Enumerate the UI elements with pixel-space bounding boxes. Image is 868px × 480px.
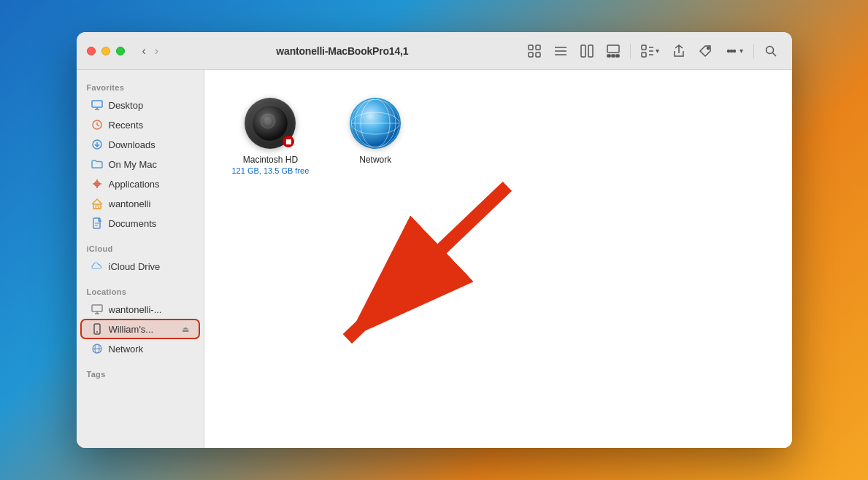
sidebar: Favorites Desktop Recents Downloads: [77, 70, 204, 448]
sidebar-item-desktop[interactable]: Desktop: [81, 96, 199, 115]
badge-dot: [286, 139, 291, 144]
icloud-icon: [91, 260, 103, 272]
folder-svg: [91, 158, 103, 170]
svg-point-22: [766, 46, 773, 53]
svg-rect-13: [642, 45, 646, 50]
sidebar-item-icloud-drive[interactable]: iCloud Drive: [81, 257, 199, 276]
content-area: Favorites Desktop Recents Downloads: [77, 70, 792, 448]
columns-icon: [580, 44, 594, 58]
applications-label: Applications: [109, 179, 160, 190]
svg-rect-1: [536, 45, 540, 50]
file-item-macintosh-hd[interactable]: Macintosh HD 121 GB, 13.5 GB free: [226, 92, 315, 181]
traffic-lights: [87, 47, 125, 55]
more-chevron: ▾: [740, 47, 743, 55]
network-location-icon: [91, 343, 103, 355]
desktop-label: Desktop: [109, 100, 144, 111]
close-button[interactable]: [87, 47, 96, 55]
applications-icon: [91, 178, 103, 190]
share-button[interactable]: [668, 42, 690, 61]
download-svg: [91, 139, 103, 150]
list-icon: [554, 44, 567, 58]
toolbar-separator: [630, 44, 631, 58]
macintosh-hd-name: Macintosh HD: [243, 155, 298, 165]
mac-svg: [91, 303, 103, 315]
minimize-button[interactable]: [101, 47, 110, 55]
more-button[interactable]: ▾: [721, 42, 748, 61]
view-icons-button[interactable]: [523, 42, 545, 61]
icloud-drive-label: iCloud Drive: [109, 261, 161, 272]
svg-rect-10: [607, 55, 610, 57]
home-icon: [91, 198, 103, 209]
documents-icon: [91, 217, 103, 229]
downloads-icon: [91, 139, 103, 150]
main-area: Macintosh HD 121 GB, 13.5 GB free: [204, 70, 792, 448]
svg-rect-40: [92, 305, 102, 311]
svg-rect-11: [612, 55, 615, 57]
view-list-button[interactable]: [550, 42, 572, 61]
svg-rect-8: [588, 45, 593, 57]
back-button[interactable]: ‹: [139, 44, 149, 58]
maximize-button[interactable]: [116, 47, 125, 55]
sidebar-item-wantonelli[interactable]: wantonelli: [81, 194, 199, 213]
share-icon: [672, 44, 685, 58]
sidebar-item-wantonelli-mac[interactable]: wantonelli-...: [81, 300, 199, 319]
locations-label: Locations: [77, 283, 204, 299]
icloud-label: iCloud: [77, 240, 204, 256]
search-icon: [764, 44, 777, 58]
sidebar-item-applications[interactable]: Applications: [81, 174, 199, 193]
desktop-icon: [91, 99, 103, 111]
cloud-svg: [91, 260, 103, 272]
tag-icon: [699, 44, 712, 58]
toolbar-right: ▾ ▾: [523, 42, 782, 61]
phone-icon: [91, 323, 103, 335]
grid-icon: [528, 44, 541, 58]
svg-line-23: [772, 53, 776, 56]
sidebar-item-documents[interactable]: Documents: [81, 214, 199, 233]
recents-icon: [91, 119, 103, 131]
svg-rect-24: [92, 101, 102, 107]
macintosh-hd-icon: [245, 98, 296, 149]
search-button[interactable]: [760, 42, 782, 61]
arrange-button[interactable]: ▾: [637, 42, 664, 61]
apps-svg: [91, 178, 103, 190]
svg-rect-9: [607, 45, 619, 53]
onmymac-icon: [91, 158, 103, 170]
gallery-icon: [607, 44, 620, 58]
sidebar-item-network[interactable]: Network: [81, 339, 199, 358]
network-svg: [91, 343, 103, 355]
svg-rect-14: [642, 53, 646, 57]
monitor-svg: [91, 99, 103, 111]
svg-point-50: [264, 117, 272, 125]
file-item-network[interactable]: Network: [344, 92, 407, 181]
wantonelli-mac-label: wantonelli-...: [109, 304, 162, 315]
mac-location-icon: [91, 303, 103, 315]
nav-buttons: ‹ ›: [139, 44, 162, 58]
svg-rect-7: [581, 45, 585, 57]
network-globe-svg: [350, 98, 401, 149]
svg-rect-2: [529, 53, 533, 57]
recents-label: Recents: [109, 120, 144, 131]
eject-icon[interactable]: ⏏: [182, 325, 189, 334]
forward-button[interactable]: ›: [152, 44, 161, 58]
view-columns-button[interactable]: [576, 42, 598, 61]
sidebar-item-downloads[interactable]: Downloads: [81, 135, 199, 154]
network-icon: [350, 98, 401, 149]
svg-rect-12: [616, 55, 619, 57]
svg-rect-3: [536, 53, 540, 57]
sidebar-item-recents[interactable]: Recents: [81, 115, 199, 134]
clock-svg: [91, 119, 103, 131]
svg-line-29: [97, 125, 99, 126]
svg-point-20: [730, 50, 732, 52]
sidebar-item-williams[interactable]: William's... ⏏: [81, 320, 199, 338]
home-svg: [91, 198, 103, 209]
tag-button[interactable]: [694, 42, 716, 61]
sidebar-item-onmymac[interactable]: On My Mac: [81, 155, 199, 174]
arrange-icon: [641, 44, 654, 58]
favorites-label: Favorites: [77, 79, 204, 95]
view-gallery-button[interactable]: [602, 42, 624, 61]
toolbar-separator-2: [753, 44, 754, 58]
arrange-chevron: ▾: [656, 47, 659, 55]
finder-window: ‹ › wantonelli-MacBookPro14,1 ▾: [77, 32, 792, 448]
svg-point-18: [707, 47, 709, 49]
svg-rect-35: [93, 204, 101, 209]
